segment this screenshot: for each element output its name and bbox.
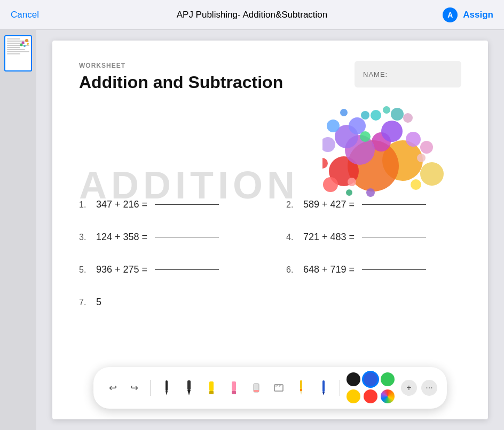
top-bar: Cancel APJ Publishing- Addition&Subtract… — [0, 0, 504, 30]
name-field[interactable]: NAME: — [355, 61, 461, 87]
more-options-button[interactable]: ··· — [421, 380, 437, 396]
svg-rect-47 — [300, 380, 302, 389]
problems-area: 1. 347 + 216 = 2. 589 + 427 = 3. 124 + 3… — [79, 199, 461, 308]
svg-point-2 — [27, 43, 29, 45]
answer-line[interactable] — [155, 269, 219, 270]
pen-tool-button[interactable] — [157, 378, 176, 397]
problem-num: 7. — [79, 298, 92, 307]
assign-button[interactable]: Assign — [463, 10, 493, 20]
problem-num: 6. — [286, 265, 299, 275]
problem-eq: 936 + 275 = — [96, 264, 147, 275]
color-multicolor[interactable] — [381, 389, 395, 403]
thumb-line — [7, 38, 20, 39]
ruler-button[interactable] — [269, 378, 288, 397]
problem-eq: 721 + 483 = — [303, 232, 355, 243]
color-green[interactable] — [381, 372, 395, 386]
color-black[interactable] — [346, 372, 360, 386]
thumb-dots — [19, 38, 30, 49]
page-thumbnail-1[interactable] — [4, 35, 32, 71]
svg-point-0 — [25, 39, 28, 42]
right-actions: A Assign — [443, 7, 493, 22]
svg-point-14 — [322, 137, 335, 152]
eraser-button[interactable] — [247, 378, 266, 397]
blue-pen-icon — [321, 379, 326, 396]
svg-point-19 — [371, 110, 381, 121]
problem-num: 3. — [79, 233, 92, 242]
undo-redo-group: ↩ ↪ — [103, 378, 144, 397]
svg-marker-51 — [322, 392, 325, 395]
problem-3: 3. 124 + 358 = — [79, 232, 254, 243]
yellow-highlighter-button[interactable] — [202, 378, 221, 397]
ruler-icon — [273, 379, 284, 396]
svg-point-26 — [348, 178, 356, 186]
sidebar — [0, 30, 36, 430]
color-red[interactable] — [364, 389, 377, 403]
svg-point-20 — [383, 106, 390, 114]
worksheet-page: WORKSHEET Addition and Subtraction NAME:… — [52, 41, 488, 419]
pink-highlighter-icon — [230, 379, 238, 396]
svg-point-6 — [420, 162, 444, 186]
thumb-line — [7, 51, 29, 52]
svg-point-25 — [403, 113, 413, 123]
svg-point-24 — [340, 109, 348, 116]
fountain-pen-button[interactable] — [179, 378, 199, 397]
svg-point-3 — [23, 45, 26, 47]
color-blue[interactable] — [364, 372, 377, 386]
problem-num: 4. — [286, 233, 299, 242]
svg-rect-50 — [322, 380, 325, 392]
problem-4: 4. 721 + 483 = — [286, 232, 461, 243]
problem-6: 6. 648 + 719 = — [286, 264, 461, 275]
answer-line[interactable] — [155, 237, 219, 237]
color-row-2 — [346, 389, 395, 403]
pink-highlighter-button[interactable] — [224, 378, 243, 397]
yellow-highlighter-icon — [207, 379, 216, 396]
svg-rect-34 — [187, 380, 191, 390]
blue-pen-button[interactable] — [314, 378, 333, 397]
svg-rect-42 — [274, 385, 283, 391]
svg-point-4 — [20, 44, 23, 46]
svg-marker-33 — [166, 391, 168, 395]
drawing-toolbar: ↩ ↪ — [93, 367, 447, 409]
problem-eq: 648 + 719 = — [303, 264, 355, 275]
svg-rect-48 — [300, 389, 302, 391]
svg-rect-37 — [209, 391, 214, 394]
problem-eq: 5 — [96, 297, 101, 308]
add-color-button[interactable]: + — [401, 380, 417, 396]
drawing-tools-group — [157, 378, 333, 397]
svg-rect-39 — [232, 391, 236, 394]
svg-point-29 — [366, 188, 375, 197]
color-yellow[interactable] — [346, 389, 360, 403]
svg-point-11 — [381, 121, 403, 142]
undo-button[interactable]: ↩ — [103, 378, 122, 397]
toolbar-divider — [150, 380, 151, 396]
svg-point-28 — [411, 179, 421, 190]
thumb-line — [7, 53, 20, 54]
svg-marker-49 — [300, 391, 302, 395]
svg-point-12 — [406, 132, 421, 147]
svg-rect-38 — [232, 381, 236, 391]
content-area: WORKSHEET Addition and Subtraction NAME:… — [0, 30, 504, 430]
cancel-button[interactable]: Cancel — [11, 10, 39, 20]
document-title: APJ Publishing- Addition&Subtraction — [177, 10, 328, 20]
pencil-button[interactable] — [292, 378, 311, 397]
problem-num: 5. — [79, 265, 92, 275]
svg-point-16 — [417, 154, 426, 162]
svg-point-17 — [322, 158, 328, 169]
redo-button[interactable]: ↪ — [124, 378, 144, 397]
svg-point-15 — [420, 141, 433, 154]
eraser-icon — [252, 379, 261, 396]
svg-rect-36 — [209, 381, 214, 391]
problem-eq: 124 + 358 = — [96, 232, 147, 243]
addition-watermark: ADDITION — [79, 163, 299, 207]
avatar: A — [443, 7, 458, 22]
thumb-line — [7, 49, 25, 50]
svg-point-1 — [22, 42, 25, 44]
bubbles-svg — [322, 94, 461, 206]
problem-7: 7. 5 — [79, 297, 254, 308]
pencil-icon — [297, 379, 305, 396]
bubbles-decoration — [322, 94, 461, 206]
page-container: WORKSHEET Addition and Subtraction NAME:… — [36, 30, 504, 430]
answer-line[interactable] — [362, 269, 426, 270]
answer-line[interactable] — [362, 237, 426, 237]
fountain-pen-icon — [185, 379, 193, 396]
